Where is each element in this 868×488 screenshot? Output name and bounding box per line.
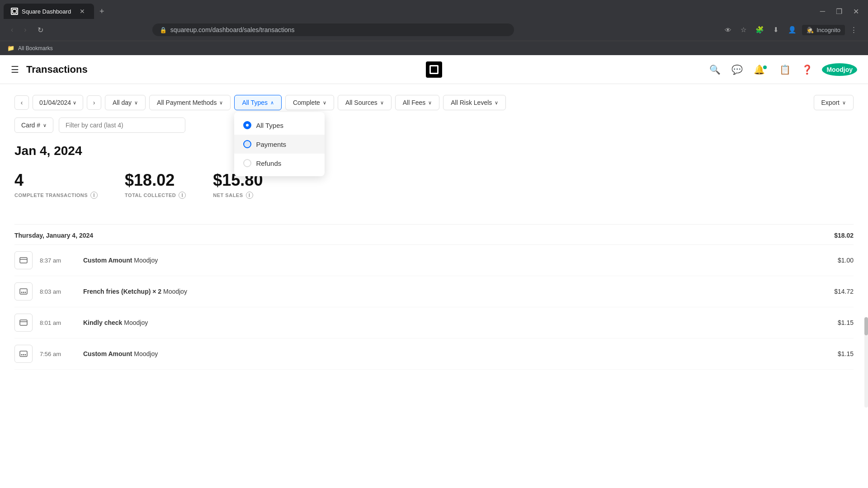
browser-toolbar: ‹ › ↻ 🔒 squareup.com/dashboard/sales/tra… bbox=[0, 19, 868, 41]
prev-date-button[interactable]: ‹ bbox=[14, 95, 29, 110]
transaction-name-3: Custom Amount bbox=[83, 350, 132, 357]
tab-close-button[interactable]: ✕ bbox=[78, 7, 87, 16]
bell-icon[interactable]: 🔔 bbox=[752, 62, 770, 77]
new-tab-button[interactable]: + bbox=[96, 5, 108, 18]
transaction-time-2: 8:01 am bbox=[40, 319, 76, 326]
complete-filter-button[interactable]: Complete ∨ bbox=[285, 95, 334, 110]
card-filter-button[interactable]: Card # ∨ bbox=[14, 117, 53, 133]
all-sources-chevron-icon: ∨ bbox=[380, 100, 384, 106]
back-button[interactable]: ‹ bbox=[7, 24, 17, 36]
table-row[interactable]: 7:56 am Custom Amount Moodjoy $1.15 bbox=[14, 338, 854, 370]
card-number-input[interactable] bbox=[59, 117, 185, 133]
complete-label: Complete bbox=[293, 99, 320, 106]
date-filter-button[interactable]: 01/04/2024 ∨ bbox=[33, 95, 83, 110]
browser-chrome: Square Dashboard ✕ + ─ ❐ ✕ ‹ › ↻ 🔒 squar… bbox=[0, 0, 868, 55]
help-icon[interactable]: ❓ bbox=[800, 62, 815, 77]
main-content: ‹ 01/04/2024 ∨ › All day ∨ All Payment M… bbox=[0, 84, 868, 380]
chat-icon[interactable]: 💬 bbox=[730, 62, 745, 77]
payment-methods-filter-button[interactable]: All Payment Methods ∨ bbox=[149, 95, 231, 110]
all-types-dropdown: All Types Payments Refunds bbox=[234, 112, 325, 176]
minimize-button[interactable]: ─ bbox=[816, 5, 829, 17]
day-total: $18.02 bbox=[834, 232, 854, 239]
all-types-chevron-icon: ∧ bbox=[270, 100, 274, 106]
radio-payments bbox=[243, 140, 251, 148]
radio-refunds bbox=[243, 159, 251, 167]
menu-dots-icon[interactable]: ⋮ bbox=[847, 24, 861, 36]
download-icon[interactable]: ⬇ bbox=[769, 24, 783, 36]
svg-point-12 bbox=[23, 354, 24, 356]
transaction-icon-2 bbox=[14, 314, 33, 332]
transaction-amount-3: $1.15 bbox=[838, 350, 854, 357]
day-header: Thursday, January 4, 2024 $18.02 bbox=[14, 225, 854, 245]
hamburger-menu-icon[interactable]: ☰ bbox=[11, 64, 19, 75]
all-risk-filter-button[interactable]: All Risk Levels ∨ bbox=[443, 95, 506, 110]
window-controls: ─ ❐ ✕ bbox=[816, 5, 868, 18]
export-chevron-icon: ∨ bbox=[842, 100, 846, 106]
profile-icon[interactable]: 👤 bbox=[784, 24, 800, 36]
table-row[interactable]: 8:01 am Kindly check Moodjoy $1.15 bbox=[14, 307, 854, 338]
transaction-location-1: Moodjoy bbox=[163, 288, 187, 295]
dropdown-item-payments[interactable]: Payments bbox=[234, 135, 325, 154]
transaction-desc-0: Custom Amount Moodjoy bbox=[83, 257, 830, 264]
tab-bar: Square Dashboard ✕ + ─ ❐ ✕ bbox=[0, 0, 868, 19]
export-button[interactable]: Export ∨ bbox=[814, 95, 854, 110]
svg-rect-8 bbox=[20, 320, 27, 325]
transaction-name-2: Kindly check bbox=[83, 319, 122, 326]
dropdown-item-all-types[interactable]: All Types bbox=[234, 116, 325, 135]
address-bar[interactable]: 🔒 squareup.com/dashboard/sales/transacti… bbox=[152, 23, 514, 36]
transaction-time-0: 8:37 am bbox=[40, 257, 76, 264]
extensions-icon[interactable]: 🧩 bbox=[752, 24, 768, 36]
app-container: ☰ Transactions 🔍 💬 🔔 📋 ❓ Moodjoy ‹ 01/04… bbox=[0, 55, 868, 488]
svg-rect-10 bbox=[20, 351, 27, 357]
table-row[interactable]: 8:03 am French fries (Ketchup) × 2 Moodj… bbox=[14, 276, 854, 307]
forward-button[interactable]: › bbox=[20, 24, 30, 36]
all-sources-label: All Sources bbox=[345, 99, 377, 106]
total-info-icon[interactable]: i bbox=[179, 192, 186, 199]
transaction-location-3: Moodjoy bbox=[134, 350, 158, 357]
page-title: Transactions bbox=[26, 64, 708, 75]
total-collected-stat: $18.02 TOTAL COLLECTED i bbox=[125, 171, 186, 199]
scrollbar-thumb[interactable] bbox=[864, 317, 868, 335]
allday-label: All day bbox=[113, 99, 132, 106]
transaction-name-1: French fries (Ketchup) × 2 bbox=[83, 288, 161, 295]
filter-bar: ‹ 01/04/2024 ∨ › All day ∨ All Payment M… bbox=[14, 95, 854, 110]
allday-filter-button[interactable]: All day ∨ bbox=[105, 95, 146, 110]
close-window-button[interactable]: ✕ bbox=[849, 5, 863, 18]
eye-icon[interactable]: 👁 bbox=[721, 24, 735, 36]
transactions-count: 4 bbox=[14, 171, 98, 190]
toolbar-right-controls: 👁 ☆ 🧩 ⬇ 👤 🕵 Incognito ⋮ bbox=[721, 24, 861, 36]
dropdown-all-types-label: All Types bbox=[256, 122, 283, 129]
transaction-amount-2: $1.15 bbox=[838, 319, 854, 326]
table-row[interactable]: 8:37 am Custom Amount Moodjoy $1.00 bbox=[14, 245, 854, 276]
all-types-filter-button[interactable]: All Types ∧ bbox=[234, 95, 282, 110]
all-types-label: All Types bbox=[242, 99, 268, 106]
payment-methods-chevron-icon: ∨ bbox=[219, 100, 223, 106]
maximize-button[interactable]: ❐ bbox=[832, 5, 846, 18]
all-risk-chevron-icon: ∨ bbox=[495, 100, 498, 106]
all-fees-filter-button[interactable]: All Fees ∨ bbox=[395, 95, 440, 110]
next-date-button[interactable]: › bbox=[87, 95, 101, 110]
svg-point-7 bbox=[25, 292, 26, 293]
bookmark-icon[interactable]: ☆ bbox=[737, 24, 750, 36]
transactions-info-icon[interactable]: i bbox=[90, 192, 98, 199]
all-fees-chevron-icon: ∨ bbox=[428, 100, 432, 106]
svg-point-13 bbox=[25, 354, 26, 356]
transaction-desc-2: Kindly check Moodjoy bbox=[83, 319, 830, 326]
active-tab[interactable]: Square Dashboard ✕ bbox=[4, 4, 94, 19]
dropdown-refunds-label: Refunds bbox=[256, 160, 281, 167]
reports-icon[interactable]: 📋 bbox=[778, 62, 793, 77]
search-icon[interactable]: 🔍 bbox=[708, 62, 722, 77]
dropdown-item-refunds[interactable]: Refunds bbox=[234, 154, 325, 173]
all-sources-filter-button[interactable]: All Sources ∨ bbox=[338, 95, 392, 110]
transactions-label: COMPLETE TRANSACTIONS i bbox=[14, 192, 98, 199]
user-avatar[interactable]: Moodjoy bbox=[822, 63, 857, 76]
all-fees-label: All Fees bbox=[403, 99, 426, 106]
refresh-button[interactable]: ↻ bbox=[34, 24, 47, 36]
transaction-amount-0: $1.00 bbox=[838, 257, 854, 264]
card-chevron-icon: ∨ bbox=[43, 122, 47, 128]
incognito-button[interactable]: 🕵 Incognito bbox=[802, 25, 845, 35]
incognito-icon: 🕵 bbox=[807, 27, 814, 33]
payment-methods-label: All Payment Methods bbox=[157, 99, 217, 106]
net-info-icon[interactable]: i bbox=[246, 192, 253, 199]
incognito-label: Incognito bbox=[816, 27, 840, 33]
